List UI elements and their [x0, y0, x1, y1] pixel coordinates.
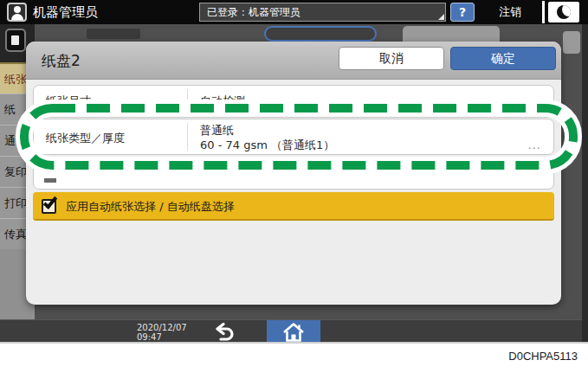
paper-size-value: 自动检测	[200, 93, 245, 109]
login-status-dropdown[interactable]: 已登录：机器管理员	[199, 3, 446, 22]
ok-button[interactable]: 确定	[450, 47, 556, 70]
user-icon	[7, 3, 27, 22]
tray-settings-icon	[5, 29, 26, 52]
dialog-header: 纸盘2 取消 确定	[26, 42, 561, 80]
documentation-figure: 纸张 纸 通 复印 打印 传真 机器管理员 已登录：机器管理员 ? 注销	[0, 0, 588, 373]
cancel-button[interactable]: 取消	[339, 47, 444, 70]
top-status-bar: 机器管理员 已登录：机器管理员 ? 注销	[0, 0, 588, 24]
more-options-icon: ...	[528, 138, 541, 151]
topbar-divider	[542, 1, 545, 23]
auto-select-checkbox[interactable]	[42, 199, 56, 214]
background-button-right-obscured	[563, 31, 580, 54]
datetime-display: 2020/12/07 09:47	[137, 323, 187, 342]
paper-type-value-line2: 60 - 74 gsm （普通纸1）	[200, 138, 334, 153]
dropdown-corner-icon	[438, 14, 444, 20]
paper-type-label: 纸张类型／厚度	[46, 131, 125, 146]
checkmark-icon	[43, 194, 57, 209]
energy-saver-button[interactable]	[548, 2, 579, 23]
row-divider	[187, 89, 188, 113]
time-text: 09:47	[137, 332, 187, 342]
back-button[interactable]	[208, 322, 237, 343]
bottom-navigation-bar: 2020/12/07 09:47	[0, 319, 588, 344]
screen-right-edge	[582, 24, 588, 344]
logout-button[interactable]: 注销	[483, 0, 537, 24]
paper-size-label: 纸张尺寸	[46, 93, 91, 109]
paper-type-value-line1: 普通纸	[200, 123, 234, 138]
background-button-obscured	[403, 26, 500, 42]
background-title-obscured	[87, 29, 140, 39]
home-button[interactable]	[267, 320, 320, 344]
row-divider	[187, 123, 188, 151]
help-button[interactable]: ?	[450, 3, 475, 22]
undo-arrow-icon	[208, 322, 237, 343]
login-status-text: 已登录：机器管理员	[207, 6, 300, 18]
moon-icon	[557, 5, 571, 19]
hidden-setting-row[interactable]	[33, 158, 554, 190]
touch-panel-screen: 纸张 纸 通 复印 打印 传真 机器管理员 已登录：机器管理员 ? 注销	[0, 0, 588, 344]
figure-code: D0CHPA5113	[508, 350, 578, 363]
background-search-box-obscured	[264, 26, 377, 42]
home-icon	[281, 321, 306, 344]
hidden-row-text-fragment	[44, 178, 56, 183]
paper-type-row[interactable]: 纸张类型／厚度 普通纸 60 - 74 gsm （普通纸1） ...	[33, 119, 554, 155]
auto-select-label: 应用自动纸张选择 / 自动纸盘选择	[66, 192, 235, 221]
dialog-title: 纸盘2	[42, 42, 81, 80]
admin-title: 机器管理员	[33, 0, 98, 24]
auto-select-row[interactable]: 应用自动纸张选择 / 自动纸盘选择	[33, 192, 554, 221]
tray2-dialog: 纸盘2 取消 确定 纸张尺寸 自动检测 纸张类型／厚度 普通纸 60 - 74 …	[26, 42, 561, 305]
date-text: 2020/12/07	[137, 323, 187, 332]
paper-size-row[interactable]: 纸张尺寸 自动检测	[33, 85, 554, 118]
